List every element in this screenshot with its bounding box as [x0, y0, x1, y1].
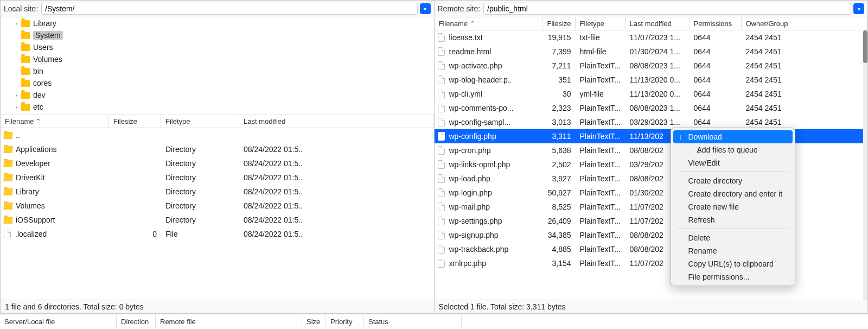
menu-item[interactable]: File permissions...	[673, 270, 793, 283]
file-row[interactable]: wp-mail.php 8,525 PlainTextT... 11/07/20…	[435, 200, 868, 214]
header-filetype[interactable]: Filetype	[576, 17, 626, 30]
header-last-modified[interactable]: Last modified	[626, 17, 690, 30]
file-name: wp-activate.php	[449, 61, 502, 70]
tree-item[interactable]: System	[1, 29, 434, 41]
menu-item[interactable]: Delete	[673, 231, 793, 244]
scrollbar[interactable]	[863, 30, 867, 300]
menu-separator	[676, 172, 789, 172]
file-type: PlainTextT...	[576, 174, 626, 183]
file-row[interactable]: Applications Directory 08/24/2022 01:5..	[1, 142, 434, 156]
file-row[interactable]: wp-login.php 50,927 PlainTextT... 01/30/…	[435, 186, 868, 200]
file-modified: 11/07/2023 1...	[626, 33, 690, 42]
remote-file-list[interactable]: license.txt 19,915 txt-file 11/07/2023 1…	[435, 30, 868, 300]
queue-header-direction[interactable]: Direction	[117, 314, 156, 329]
file-row[interactable]: wp-comments-po... 2,323 PlainTextT... 08…	[435, 101, 868, 115]
header-permissions[interactable]: Permissions	[690, 17, 742, 30]
header-filesize[interactable]: Filesize	[543, 17, 576, 30]
file-row[interactable]: Library Directory 08/24/2022 01:5..	[1, 185, 434, 199]
header-owner[interactable]: Owner/Group	[742, 17, 868, 30]
header-filename[interactable]: Filename⌃	[435, 17, 543, 30]
file-row[interactable]: wp-config-sampl... 3,013 PlainTextT... 0…	[435, 115, 868, 129]
file-modified: 08/24/2022 01:5..	[239, 173, 434, 182]
local-path-dropdown[interactable]: ▾	[420, 3, 431, 14]
tree-item[interactable]: ›Library	[1, 17, 434, 29]
file-type: PlainTextT...	[576, 75, 626, 84]
file-row[interactable]: DriverKit Directory 08/24/2022 01:5..	[1, 170, 434, 185]
file-modified: 08/24/2022 01:5..	[239, 145, 434, 154]
menu-item[interactable]: Copy URL(s) to clipboard	[673, 257, 793, 270]
menu-item[interactable]: Rename	[673, 244, 793, 257]
menu-item[interactable]: ↓+Add files to queue	[673, 143, 793, 156]
file-type: Directory	[161, 216, 239, 224]
menu-item[interactable]: View/Edit	[673, 156, 793, 169]
file-row[interactable]: license.txt 19,915 txt-file 11/07/2023 1…	[435, 30, 868, 45]
file-row[interactable]: wp-load.php 3,927 PlainTextT... 08/08/20…	[435, 172, 868, 186]
file-row[interactable]: wp-trackback.php 4,885 PlainTextT... 08/…	[435, 242, 868, 256]
queue-header-server[interactable]: Server/Local file	[0, 314, 117, 329]
folder-icon	[21, 56, 30, 63]
file-row[interactable]: xmlrpc.php 3,154 PlainTextT... 11/07/202	[435, 256, 868, 270]
file-icon	[438, 104, 445, 112]
file-row[interactable]: wp-settings.php 26,409 PlainTextT... 11/…	[435, 214, 868, 228]
local-tree[interactable]: ›LibrarySystemUsersVolumesbincores›dev›e…	[1, 17, 434, 115]
file-icon	[438, 203, 445, 211]
queue-header-priority[interactable]: Priority	[326, 314, 364, 329]
file-size: 7,399	[543, 47, 576, 56]
tree-item[interactable]: ›etc	[1, 101, 434, 113]
file-row[interactable]: wp-signup.php 34,385 PlainTextT... 08/08…	[435, 228, 868, 242]
disclosure-icon[interactable]: ›	[12, 20, 20, 27]
file-row[interactable]: readme.html 7,399 html-file 01/30/2024 1…	[435, 45, 868, 59]
file-name: wp-mail.php	[449, 203, 490, 211]
tree-item[interactable]: cores	[1, 77, 434, 89]
file-row[interactable]: wp-cli.yml 30 yml-file 11/13/2020 0... 0…	[435, 87, 868, 101]
scrollbar-thumb[interactable]	[863, 30, 867, 63]
local-path-input[interactable]	[41, 3, 417, 15]
file-row[interactable]: Volumes Directory 08/24/2022 01:5..	[1, 199, 434, 213]
file-row[interactable]: wp-config.php 3,311 PlainTextT... 11/13/…	[435, 129, 868, 143]
file-name: wp-links-opml.php	[449, 160, 510, 169]
file-name: DriverKit	[16, 173, 45, 182]
disclosure-icon[interactable]: ›	[12, 92, 20, 98]
tree-item[interactable]: bin	[1, 65, 434, 77]
menu-item[interactable]: Create new file	[673, 200, 793, 213]
menu-item[interactable]: Create directory and enter it	[673, 187, 793, 200]
tree-item-label: bin	[33, 67, 43, 75]
header-filetype[interactable]: Filetype	[161, 115, 239, 128]
queue-header-remote[interactable]: Remote file	[156, 314, 302, 329]
file-row[interactable]: iOSSupport Directory 08/24/2022 01:5..	[1, 213, 434, 227]
menu-item[interactable]: Create directory	[673, 174, 793, 187]
folder-icon	[21, 92, 30, 99]
queue-header-status[interactable]: Status	[364, 314, 462, 329]
disclosure-icon[interactable]: ›	[12, 104, 20, 110]
remote-status-bar: Selected 1 file. Total size: 3,311 bytes	[435, 300, 868, 313]
header-filename[interactable]: Filename⌃	[1, 115, 109, 128]
file-row[interactable]: wp-cron.php 5,638 PlainTextT... 08/08/20…	[435, 143, 868, 157]
local-site-row: Local site: ▾	[1, 1, 434, 17]
file-row[interactable]: Developer Directory 08/24/2022 01:5..	[1, 156, 434, 170]
file-type: PlainTextT...	[576, 259, 626, 268]
header-last-modified[interactable]: Last modified	[239, 115, 434, 128]
file-name: wp-trackback.php	[449, 245, 509, 254]
queue-header-spacer	[462, 314, 868, 329]
remote-path-dropdown[interactable]: ▾	[853, 3, 864, 14]
header-filesize[interactable]: Filesize	[109, 115, 161, 128]
tree-item[interactable]: Volumes	[1, 53, 434, 65]
file-row[interactable]: wp-blog-header.p.. 351 PlainTextT... 11/…	[435, 73, 868, 87]
tree-item[interactable]: Users	[1, 41, 434, 53]
remote-site-row: Remote site: ▾	[435, 1, 868, 17]
file-row[interactable]: .localized 0 File 08/24/2022 01:5..	[1, 227, 434, 241]
tree-item[interactable]: ›dev	[1, 89, 434, 101]
menu-item[interactable]: ↓Download	[673, 130, 793, 143]
file-row[interactable]: ..	[1, 128, 434, 142]
file-row[interactable]: wp-activate.php 7,211 PlainTextT... 08/0…	[435, 59, 868, 73]
queue-header-size[interactable]: Size	[302, 314, 326, 329]
remote-path-input[interactable]	[483, 3, 851, 15]
context-menu[interactable]: ↓Download↓+Add files to queueView/EditCr…	[671, 128, 795, 286]
file-type: PlainTextT...	[576, 217, 626, 225]
menu-item[interactable]: Refresh	[673, 213, 793, 226]
file-type: yml-file	[576, 90, 626, 98]
file-row[interactable]: wp-links-opml.php 2,502 PlainTextT... 03…	[435, 157, 868, 172]
local-file-list[interactable]: .. Applications Directory 08/24/2022 01:…	[1, 128, 434, 300]
file-icon	[438, 132, 445, 141]
folder-icon	[4, 146, 12, 153]
